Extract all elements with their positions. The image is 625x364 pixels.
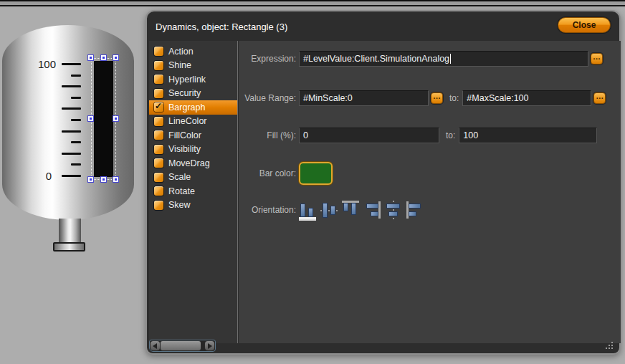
dialog-titlebar[interactable]: Dynamics, object: Rectangle (3) Close xyxy=(147,11,619,40)
checkbox-icon[interactable] xyxy=(154,145,163,154)
sidebar-item-label: Skew xyxy=(168,200,191,210)
selection-handle[interactable] xyxy=(87,54,94,61)
text-caret xyxy=(450,54,451,64)
min-scale-input[interactable]: #MinScale:0 xyxy=(299,90,429,106)
value-range-label: Value Range: xyxy=(239,93,296,103)
sidebar-item-skew[interactable]: Skew xyxy=(149,198,237,213)
sidebar-item-scale[interactable]: Scale xyxy=(149,171,237,185)
sidebar-item-label: Action xyxy=(168,47,194,57)
sidebar-item-hyperlink[interactable]: Hyperlink xyxy=(149,72,237,87)
orientation-left-icon[interactable] xyxy=(406,201,424,221)
scale-tick-major xyxy=(62,153,81,155)
sidebar-item-bargraph[interactable]: ✓ Bargraph xyxy=(149,100,237,115)
checkbox-checked-icon[interactable]: ✓ xyxy=(154,102,163,112)
sidebar-item-label: FillColor xyxy=(168,130,201,140)
checkbox-icon[interactable] xyxy=(154,201,163,210)
tank-flange xyxy=(53,242,85,252)
orientation-top-icon[interactable] xyxy=(342,201,359,221)
dialog-title: Dynamics, object: Rectangle (3) xyxy=(156,21,287,32)
scale-tick-major xyxy=(62,107,81,110)
scale-label-min: 0 xyxy=(27,170,52,182)
fill-percent-label: Fill (%): xyxy=(239,130,296,140)
sidebar-item-linecolor[interactable]: LineColor xyxy=(149,115,237,129)
scale-tick-minor xyxy=(71,141,81,143)
checkbox-icon[interactable] xyxy=(154,173,163,182)
scale-tick-minor xyxy=(71,97,81,99)
fill-from-input[interactable]: 0 xyxy=(299,128,439,143)
expression-value: #LevelValue:Client.SimulationAnalog xyxy=(303,54,449,64)
sidebar-item-label: Hyperlink xyxy=(168,75,206,85)
max-scale-value: #MaxScale:100 xyxy=(467,93,528,103)
selection-handle[interactable] xyxy=(100,176,107,183)
dynamics-dialog: Dynamics, object: Rectangle (3) Close Ac… xyxy=(145,10,621,355)
expression-label: Expression: xyxy=(239,54,296,64)
sidebar-item-movedrag[interactable]: MoveDrag xyxy=(149,156,237,171)
scale-tick-minor xyxy=(71,75,81,77)
selection-handle[interactable] xyxy=(87,176,94,183)
scale-tick-major xyxy=(62,130,81,133)
orientation-right-icon[interactable] xyxy=(363,201,381,221)
expression-input[interactable]: #LevelValue:Client.SimulationAnalog xyxy=(299,51,588,67)
scale-label-max: 100 xyxy=(32,58,56,70)
checkbox-icon[interactable] xyxy=(154,130,163,140)
checkbox-icon[interactable] xyxy=(154,61,163,70)
sidebar-item-action[interactable]: Action xyxy=(149,44,237,59)
fill-to-label: to: xyxy=(446,130,455,140)
bargraph-rectangle[interactable] xyxy=(94,61,113,177)
min-scale-browse-button[interactable]: … xyxy=(431,92,443,104)
scale-tick-major xyxy=(62,175,81,177)
resize-grip-icon[interactable] xyxy=(606,342,614,350)
selection-handle[interactable] xyxy=(100,54,107,61)
max-scale-input[interactable]: #MaxScale:100 xyxy=(462,90,591,106)
page-background: 100 0 Dynamics, object: Rectangle (3) Cl… xyxy=(0,0,625,364)
selection-handle[interactable] xyxy=(113,176,119,183)
checkbox-icon[interactable] xyxy=(154,89,163,98)
fill-to-input[interactable]: 100 xyxy=(459,128,597,143)
scale-tick-major xyxy=(62,63,81,65)
scale-tick-major xyxy=(62,85,81,87)
dynamics-list: Action Shine Hyperlink Security ✓ Bargra… xyxy=(149,41,238,343)
fill-to-value: 100 xyxy=(463,130,478,140)
min-scale-value: #MinScale:0 xyxy=(303,93,353,103)
bar-color-label: Bar color: xyxy=(239,168,296,178)
selection-handle[interactable] xyxy=(113,54,119,61)
orientation-label: Orientation: xyxy=(239,205,296,215)
bargraph-form: Expression: #LevelValue:Client.Simulatio… xyxy=(239,41,621,343)
scale-tick-minor xyxy=(71,119,81,121)
sidebar-item-label: Shine xyxy=(168,60,191,70)
expression-browse-button[interactable]: … xyxy=(591,53,603,64)
checkbox-icon[interactable] xyxy=(154,47,163,56)
close-button[interactable]: Close xyxy=(558,17,611,33)
sidebar-item-label: Bargraph xyxy=(168,102,205,112)
max-scale-browse-button[interactable]: … xyxy=(593,92,606,104)
orientation-center-vertical-icon[interactable] xyxy=(320,201,338,221)
orientation-center-horizontal-icon[interactable] xyxy=(385,201,402,221)
sidebar-item-label: Visibility xyxy=(168,144,201,154)
orientation-bottom-icon[interactable] xyxy=(299,198,316,221)
dialog-bottom-bar xyxy=(147,342,619,353)
checkbox-icon[interactable] xyxy=(154,186,163,196)
sidebar-item-fillcolor[interactable]: FillColor xyxy=(149,128,237,143)
sidebar-item-label: Security xyxy=(168,88,201,98)
checkbox-icon[interactable] xyxy=(154,75,163,84)
sidebar-item-security[interactable]: Security xyxy=(149,87,237,101)
fill-from-value: 0 xyxy=(303,130,308,140)
sidebar-item-label: MoveDrag xyxy=(168,158,210,168)
checkbox-icon[interactable] xyxy=(154,158,163,168)
editor-canvas: 100 0 xyxy=(0,0,145,364)
sidebar-item-visibility[interactable]: Visibility xyxy=(149,143,237,157)
scale-tick-minor xyxy=(71,163,81,166)
sidebar-item-rotate[interactable]: Rotate xyxy=(149,184,237,198)
value-range-to-label: to: xyxy=(449,93,459,103)
sidebar-item-shine[interactable]: Shine xyxy=(149,59,237,73)
bar-color-swatch[interactable] xyxy=(299,162,333,185)
sidebar-item-label: Rotate xyxy=(168,186,195,196)
selection-handle[interactable] xyxy=(87,115,94,122)
selection-handle[interactable] xyxy=(113,115,119,122)
tank-pipe xyxy=(59,219,81,243)
checkbox-icon[interactable] xyxy=(154,117,163,126)
sidebar-item-label: Scale xyxy=(168,172,191,182)
sidebar-item-label: LineColor xyxy=(168,116,207,126)
